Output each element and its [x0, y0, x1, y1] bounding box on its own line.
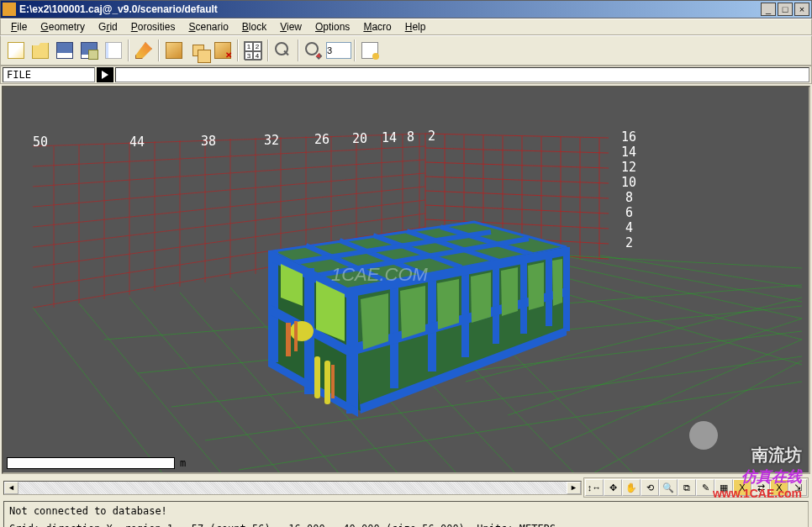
svg-line-26	[425, 148, 609, 153]
menu-geometry[interactable]: Geometry	[34, 19, 92, 34]
tool-axis-swap[interactable]: ⇄	[751, 479, 770, 496]
axis-x-label: 44	[129, 134, 145, 150]
svg-line-45	[79, 303, 222, 474]
status-line-2: Grid: direction X, region 1 - 57 (count=…	[9, 522, 803, 527]
svg-rect-83	[546, 252, 552, 326]
title-bar: E:\ex2\100001.caj@_v9.0/scenario/default…	[0, 0, 812, 18]
tool-zoomwin[interactable]: ⧉	[678, 479, 696, 496]
tool-axis-x[interactable]: X	[733, 479, 751, 496]
axis-z-label: 16	[621, 129, 636, 145]
scale-ruler	[7, 457, 175, 469]
svg-rect-79	[428, 272, 436, 372]
horizontal-scrollbar[interactable]: ◄ ►	[3, 481, 582, 495]
svg-marker-88	[361, 293, 388, 350]
axis-x-label: 38	[201, 134, 216, 149]
save-button[interactable]	[53, 39, 76, 62]
menu-help[interactable]: Help	[398, 19, 433, 34]
bottom-row: ◄ ► ↕↔ ✥ ✋ ⟲ 🔍 ⧉ ✎ ▦ X ⇄ X ⇲	[0, 476, 812, 499]
close-button[interactable]: ×	[794, 3, 809, 16]
page-button[interactable]	[102, 39, 125, 62]
watermark-center: 1CAE.COM	[331, 264, 428, 286]
axis-z-label: 12	[621, 160, 636, 175]
menu-grid[interactable]: Grid	[92, 19, 124, 34]
menu-options[interactable]: Options	[308, 19, 356, 34]
file-go-button[interactable]	[97, 67, 113, 82]
view-quad-icon: 1234	[244, 41, 262, 60]
file-command-input[interactable]	[115, 67, 809, 82]
boxes-icon	[192, 45, 204, 56]
window-title: E:\ex2\100001.caj@_v9.0/scenario/default	[19, 3, 761, 15]
new-file-button[interactable]	[4, 39, 28, 62]
page-icon	[105, 42, 122, 59]
open-button[interactable]	[29, 39, 52, 62]
axis-x-label: 14	[382, 130, 397, 145]
status-panel: Not connected to database! Grid: directi…	[3, 501, 809, 527]
scroll-left-button[interactable]: ◄	[4, 482, 18, 494]
svg-point-104	[290, 321, 314, 341]
axis-z-label: 10	[621, 175, 636, 190]
tool-pan[interactable]: ✋	[622, 479, 641, 496]
status-line-1: Not connected to database!	[9, 504, 803, 519]
svg-marker-90	[437, 279, 459, 329]
menu-view[interactable]: View	[273, 19, 308, 34]
zoom-button[interactable]	[272, 39, 295, 62]
svg-line-25	[425, 134, 609, 138]
box-icon	[166, 42, 182, 59]
axis-z-label: 6	[625, 205, 633, 220]
minimize-button[interactable]: _	[761, 3, 776, 16]
tool-clip[interactable]: ▦	[714, 479, 733, 496]
axis-x-label: 50	[33, 134, 48, 150]
properties-button[interactable]	[358, 39, 382, 62]
edit-button[interactable]	[132, 39, 156, 62]
axis-z-label: 4	[625, 220, 633, 235]
svg-rect-105	[314, 356, 320, 398]
menu-block[interactable]: Block	[235, 19, 273, 34]
tool-pick[interactable]: ✥	[604, 479, 622, 496]
axis-z-label: 2	[625, 235, 633, 250]
svg-marker-92	[501, 267, 518, 316]
tool-select[interactable]: ↕↔	[585, 479, 604, 496]
new-file-icon	[8, 42, 24, 59]
spin-value-input[interactable]	[326, 42, 351, 59]
menu-scenario[interactable]: Scenario	[182, 19, 235, 34]
box-delete-icon	[214, 42, 231, 59]
svg-rect-80	[461, 266, 469, 357]
box-button[interactable]	[162, 39, 186, 62]
menu-file[interactable]: File	[4, 19, 34, 34]
scroll-right-button[interactable]: ►	[567, 482, 581, 494]
axis-x-label: 26	[314, 132, 330, 147]
scale-ruler-unit: m	[180, 457, 186, 469]
save-all-button[interactable]	[77, 39, 101, 62]
svg-line-56	[567, 256, 802, 302]
axis-x-label: 2	[428, 129, 435, 144]
file-mode-label: FILE	[3, 67, 95, 82]
svg-marker-89	[400, 286, 425, 339]
zoom-area-icon	[305, 42, 322, 59]
viewport-3d[interactable]: 50 44 38 32 26 20 14 8 2 16 14 12 10 8 6…	[2, 86, 810, 474]
view-quad-button[interactable]: 1234	[241, 39, 265, 62]
tool-measure[interactable]: ✎	[696, 479, 714, 496]
tool-axis-reset[interactable]: ⇲	[788, 479, 807, 496]
app-icon	[3, 3, 16, 16]
axis-z-label: 14	[621, 145, 636, 160]
zoom-area-button[interactable]	[302, 39, 325, 62]
edit-icon	[135, 42, 152, 59]
menu-macro[interactable]: Macro	[356, 19, 398, 34]
maximize-button[interactable]: □	[778, 3, 793, 16]
svg-line-27	[425, 162, 609, 168]
svg-line-44	[33, 308, 163, 474]
tool-rotate[interactable]: ⟲	[641, 479, 659, 496]
axis-z-label: 8	[625, 190, 633, 205]
properties-icon	[361, 42, 378, 59]
menu-bar: File Geometry Grid Porosities Scenario B…	[0, 18, 812, 35]
open-folder-icon	[32, 42, 49, 59]
view-tools: ↕↔ ✥ ✋ ⟲ 🔍 ⧉ ✎ ▦ X ⇄ X ⇲	[583, 477, 809, 498]
boxes-button[interactable]	[187, 39, 210, 62]
svg-rect-109	[331, 365, 335, 398]
tool-axis-y[interactable]: X	[770, 479, 788, 496]
axis-x-label: 20	[352, 131, 367, 146]
menu-porosities[interactable]: Porosities	[124, 19, 182, 34]
tool-zoom[interactable]: 🔍	[659, 479, 678, 496]
box-delete-button[interactable]	[211, 39, 235, 62]
svg-rect-107	[286, 323, 291, 356]
